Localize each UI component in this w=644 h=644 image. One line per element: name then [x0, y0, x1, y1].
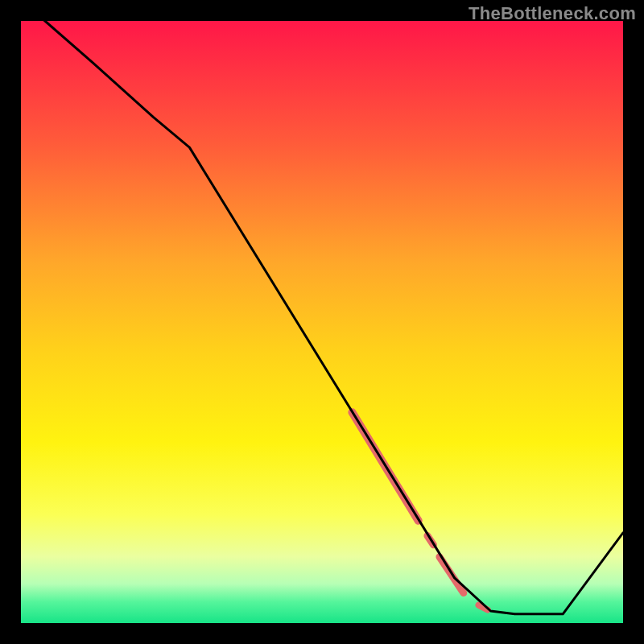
plot-area — [21, 21, 623, 623]
highlight-segments — [352, 412, 487, 609]
watermark-text: TheBottleneck.com — [469, 3, 636, 24]
chart-frame: TheBottleneck.com — [0, 0, 644, 644]
curve-layer — [21, 21, 623, 623]
bottleneck-curve — [21, 21, 623, 614]
